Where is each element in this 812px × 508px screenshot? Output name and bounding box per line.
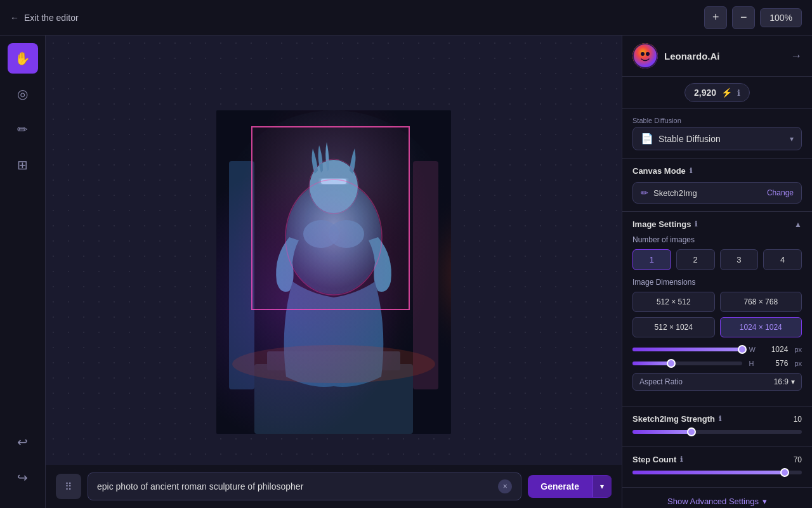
height-slider-fill	[632, 361, 671, 365]
sketch2img-strength-title: Sketch2Img Strength ℹ	[632, 414, 721, 424]
sketch2img-strength-value: 10	[779, 415, 802, 424]
width-value: 1024	[765, 345, 788, 354]
step-count-slider-row	[632, 471, 802, 474]
model-name: Stable Diffusion	[658, 134, 721, 144]
advanced-settings-btn[interactable]: Show Advanced Settings ▾	[622, 490, 812, 508]
step-count-slider-fill	[632, 471, 785, 474]
sketch2img-slider-thumb[interactable]	[687, 427, 696, 436]
num-btn-1[interactable]: 1	[632, 249, 671, 270]
canvas-area[interactable]: ⠿ × Generate ▾	[46, 36, 622, 508]
model-section: Stable Diffusion 📄 Stable Diffusion ▾	[622, 109, 812, 159]
num-btn-4[interactable]: 4	[763, 249, 802, 270]
sidebar-tools: ✋ ◎ ✏ ⊞	[8, 43, 38, 180]
prompt-input-wrapper: ×	[88, 472, 521, 500]
undo-icon: ↩	[17, 434, 28, 450]
image-dimensions-label: Image Dimensions	[632, 278, 802, 287]
step-count-info-icon[interactable]: ℹ	[680, 455, 683, 464]
canvas-mode-name: Sketch2Img	[653, 188, 697, 198]
width-slider-track[interactable]	[632, 348, 742, 351]
dim-btn-1024x1024[interactable]: 1024 × 1024	[720, 317, 802, 337]
logo-name: Leonardo.Ai	[664, 51, 720, 62]
sidebar-bottom: ↩ ↪	[8, 427, 38, 500]
step-count-section: Step Count ℹ 70	[622, 447, 812, 488]
zoom-in-btn[interactable]: +	[704, 6, 727, 29]
height-slider-track[interactable]	[632, 361, 742, 365]
logo-svg	[632, 43, 658, 68]
svg-point-17	[634, 44, 657, 67]
aspect-ratio-arrow: ▾	[791, 377, 795, 386]
redo-icon: ↪	[17, 470, 28, 485]
model-label: Stable Diffusion	[632, 117, 802, 124]
sketch2img-strength-header: Sketch2Img Strength ℹ 10	[632, 414, 802, 424]
height-slider-row: H 576 px	[632, 359, 802, 368]
image-icon: ⊞	[17, 157, 28, 173]
generate-btn[interactable]: Generate ▾	[528, 475, 612, 498]
dim-btn-768x768[interactable]: 768 × 768	[720, 292, 802, 312]
height-unit: px	[794, 360, 802, 367]
exit-editor-btn[interactable]: ← Exit the editor	[10, 13, 79, 23]
credits-count: 2,920	[694, 88, 716, 98]
hand-tool-btn[interactable]: ✋	[8, 43, 38, 74]
height-value: 576	[765, 359, 788, 368]
canvas-mode-row: ✏ Sketch2Img Change	[632, 182, 802, 204]
height-slider-thumb[interactable]	[667, 359, 676, 368]
aspect-ratio-row[interactable]: Aspect Ratio 16:9 ▾	[632, 373, 802, 391]
canvas-mode-header: Canvas Mode ℹ	[632, 166, 802, 176]
step-count-header: Step Count ℹ 70	[632, 455, 802, 464]
image-settings-title: Image Settings ℹ	[632, 219, 697, 229]
canvas-mode-section: Canvas Mode ℹ ✏ Sketch2Img Change	[622, 159, 812, 212]
canvas-mode-left: ✏ Sketch2Img	[641, 188, 697, 198]
width-label: W	[749, 346, 759, 353]
model-document-icon: 📄	[641, 133, 653, 145]
image-settings-info-icon[interactable]: ℹ	[695, 220, 697, 228]
num-images-label: Number of images	[632, 235, 802, 244]
dim-btn-512x1024[interactable]: 512 × 1024	[632, 317, 715, 337]
top-bar: ← Exit the editor + − 100%	[0, 0, 812, 36]
num-btn-3[interactable]: 3	[720, 249, 759, 270]
prompt-input[interactable]	[97, 481, 493, 492]
prompt-settings-btn[interactable]: ⠿	[56, 474, 81, 499]
brush-icon: ✏	[17, 122, 28, 137]
step-count-slider-track[interactable]	[632, 471, 802, 474]
logo-avatar	[632, 43, 658, 68]
image-settings-section: Image Settings ℹ ▲ Number of images 1 2 …	[622, 212, 812, 407]
step-count-slider-thumb[interactable]	[780, 468, 789, 477]
step-count-value: 70	[779, 455, 802, 464]
sketch2img-strength-info-icon[interactable]: ℹ	[719, 415, 721, 423]
step-count-title: Step Count ℹ	[632, 455, 683, 464]
width-slider-thumb[interactable]	[738, 345, 747, 354]
canvas-mode-info-icon[interactable]: ℹ	[690, 167, 692, 175]
brush-tool-btn[interactable]: ✏	[8, 114, 38, 145]
canvas-mode-change-btn[interactable]: Change	[767, 188, 794, 197]
model-selector[interactable]: 📄 Stable Diffusion ▾	[632, 127, 802, 150]
undo-btn[interactable]: ↩	[8, 427, 38, 457]
num-btn-2[interactable]: 2	[676, 249, 715, 270]
credits-section: 2,920 ⚡ ℹ	[622, 77, 812, 109]
image-settings-label: Image Settings	[632, 219, 691, 229]
sketch2img-strength-label: Sketch2Img Strength	[632, 414, 715, 424]
dim-btn-512x512[interactable]: 512 × 512	[632, 292, 715, 312]
sketch2img-slider-track[interactable]	[632, 430, 802, 434]
canvas-mode-title: Canvas Mode ℹ	[632, 166, 692, 176]
prompt-clear-btn[interactable]: ×	[498, 479, 512, 493]
hand-icon: ✋	[15, 51, 30, 66]
zoom-out-btn[interactable]: −	[732, 6, 755, 29]
width-slider-row: W 1024 px	[632, 345, 802, 354]
svg-point-18	[641, 52, 645, 56]
height-label: H	[749, 360, 759, 367]
aspect-ratio-text: 16:9	[774, 377, 789, 386]
image-tool-btn[interactable]: ⊞	[8, 150, 38, 180]
step-count-label: Step Count	[632, 455, 676, 464]
image-settings-collapse-icon[interactable]: ▲	[794, 220, 802, 229]
credits-lightning-icon: ⚡	[721, 88, 732, 98]
eraser-tool-btn[interactable]: ◎	[8, 79, 38, 109]
panel-exit-icon[interactable]: →	[790, 49, 802, 63]
canvas-image	[216, 110, 451, 434]
redo-btn[interactable]: ↪	[8, 462, 38, 493]
main-layout: ✋ ◎ ✏ ⊞ ↩ ↪	[0, 36, 812, 508]
credits-info-icon[interactable]: ℹ	[737, 88, 740, 98]
generate-main-label[interactable]: Generate	[528, 475, 592, 498]
generate-dropdown-arrow[interactable]: ▾	[592, 476, 612, 497]
clear-icon: ×	[503, 482, 508, 491]
panel-header: Leonardo.Ai →	[622, 36, 812, 77]
